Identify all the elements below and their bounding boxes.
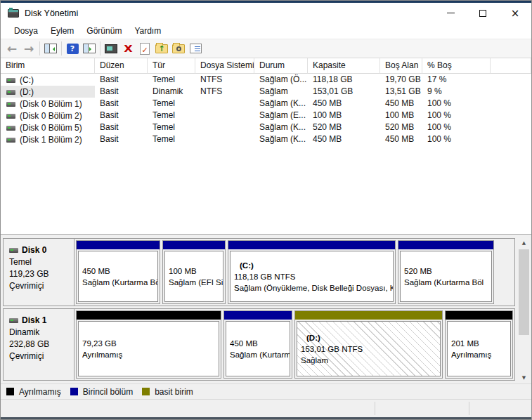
toolbar-separator — [100, 41, 100, 55]
partition-color-bar — [77, 241, 160, 249]
partition-efi-100mb[interactable]: 100 MBSağlam (EFI Sis — [162, 240, 226, 304]
disk-type: Dinamik — [9, 327, 74, 339]
document-check-icon: ✓ — [140, 43, 150, 55]
column-header-birim[interactable]: Birim — [1, 58, 95, 74]
task-list-button[interactable] — [187, 41, 204, 56]
fs-cell: NTFS — [195, 86, 254, 98]
free-cell: 450 MB — [380, 98, 422, 110]
legend-bar: Ayrılmamış Birincil bölüm basit birim — [1, 383, 531, 399]
task-list-icon — [190, 44, 202, 53]
legend-simple-volume: basit birim — [142, 387, 193, 397]
partition-d-drive-selected[interactable]: (D:)153,01 GB NTFSSağlam — [294, 310, 443, 379]
folder-search-button[interactable] — [170, 41, 187, 56]
partition-unallocated-201mb[interactable]: 201 MBAyrılmamış — [445, 310, 513, 379]
disk-name: Disk 1 — [22, 315, 46, 327]
menu-gorunum[interactable]: Görünüm — [80, 24, 128, 38]
maximize-button[interactable] — [467, 3, 499, 23]
vertical-scrollbar[interactable]: ▲ ▼ — [518, 237, 530, 383]
disk-size: 232,88 GB — [9, 339, 74, 350]
disk-management-window: Disk Yönetimi × Dosya Eylem Görünüm Yard… — [0, 0, 532, 420]
status-cell: Sağlam (K... — [254, 122, 308, 133]
delete-icon: X — [124, 43, 132, 54]
column-header-pct-bos[interactable]: % Boş — [422, 58, 491, 74]
partition-color-bar — [295, 311, 442, 320]
menu-eylem[interactable]: Eylem — [44, 24, 80, 38]
partition-recovery-450mb-disk1[interactable]: 450 MBSağlam (Kurtarma — [223, 310, 292, 379]
title-bar[interactable]: Disk Yönetimi × — [1, 3, 531, 23]
volume-icon — [6, 78, 15, 83]
minimize-button[interactable] — [434, 3, 467, 23]
disk0-info-panel[interactable]: Disk 0 Temel 119,23 GB Çevrimiçi — [4, 239, 74, 306]
delete-button[interactable]: X — [119, 41, 136, 56]
volume-name-cell: (Disk 0 Bölüm 1) — [1, 98, 95, 110]
type-cell: Temel — [148, 74, 195, 86]
free-cell: 450 MB — [380, 133, 422, 145]
pct-cell: 9 % — [422, 86, 491, 98]
forward-button[interactable]: → — [20, 41, 37, 56]
fs-cell — [195, 98, 254, 110]
menu-yardim[interactable]: Yardım — [128, 24, 167, 38]
status-separator — [375, 402, 375, 415]
partition-color-bar — [228, 241, 395, 249]
column-header-duzen[interactable]: Düzen — [95, 58, 148, 74]
type-cell: Temel — [148, 122, 195, 133]
table-row[interactable]: (Disk 0 Bölüm 1) Basit Temel Sağlam (K..… — [1, 98, 531, 110]
disk-type: Temel — [9, 256, 74, 268]
close-icon: × — [511, 7, 520, 20]
legend-swatch-primary — [70, 388, 78, 395]
status-cell: Sağlam — [254, 86, 308, 98]
properties-button[interactable] — [103, 41, 119, 56]
scrollbar-thumb[interactable] — [519, 249, 529, 335]
menu-dosya[interactable]: Dosya — [8, 24, 44, 38]
free-cell: 520 MB — [380, 122, 422, 133]
layout-cell: Basit — [95, 74, 148, 86]
maximize-icon — [479, 10, 486, 17]
volume-name-cell: (C:) — [1, 74, 95, 86]
volume-name-cell: (Disk 0 Bölüm 5) — [1, 122, 95, 133]
toolbar: ← → ? X ✓ ↑ — [1, 39, 531, 58]
window-title: Disk Yönetimi — [25, 8, 78, 18]
free-cell: 19,70 GB — [380, 74, 422, 86]
fs-cell — [195, 133, 254, 145]
back-button[interactable]: ← — [4, 41, 20, 56]
export-list-button[interactable] — [81, 41, 98, 56]
table-row[interactable]: (Disk 0 Bölüm 2) Basit Temel Sağlam (E..… — [1, 110, 531, 122]
partition-c-drive[interactable]: (C:)118,18 GB NTFSSağlam (Önyükleme, Dis… — [228, 240, 396, 304]
column-header-bos-alan[interactable]: Boş Alan — [380, 58, 422, 74]
graphical-view: Disk 0 Temel 119,23 GB Çevrimiçi 450 MBS… — [1, 237, 531, 383]
table-row-selected[interactable]: (D:) Basit Dinamik NTFS Sağlam 153,01 GB… — [1, 86, 531, 98]
console-tree-icon — [44, 44, 57, 53]
disk1-row: Disk 1 Dinamik 232,88 GB Çevrimiçi 79,23… — [3, 308, 515, 381]
partition-recovery-450mb[interactable]: 450 MBSağlam (Kurtarma Bö — [76, 240, 160, 304]
table-row[interactable]: (Disk 1 Bölüm 2) Basit Temel Sağlam (K..… — [1, 133, 531, 145]
column-header-blank — [491, 58, 531, 74]
partition-unallocated-79gb[interactable]: 79,23 GBAyrılmamış — [76, 310, 221, 379]
help-button[interactable]: ? — [64, 41, 81, 56]
disk-name: Disk 0 — [22, 244, 46, 256]
column-header-dosya-sistemi[interactable]: Dosya Sistemi — [195, 58, 254, 74]
layout-cell: Basit — [95, 86, 148, 98]
console-tree-button[interactable] — [42, 41, 59, 56]
volume-icon — [6, 90, 15, 95]
table-row[interactable]: (Disk 0 Bölüm 5) Basit Temel Sağlam (K..… — [1, 122, 531, 133]
folder-up-button[interactable]: ↑ — [153, 41, 170, 56]
close-button[interactable]: × — [499, 3, 531, 23]
scroll-down-icon[interactable]: ▼ — [518, 372, 530, 383]
partition-color-bar — [446, 311, 512, 320]
volume-icon — [6, 126, 15, 131]
column-header-durum[interactable]: Durum — [254, 58, 308, 74]
disk1-info-panel[interactable]: Disk 1 Dinamik 232,88 GB Çevrimiçi — [4, 309, 74, 380]
partition-color-bar — [163, 241, 225, 249]
pct-cell: 100 % — [422, 133, 491, 145]
column-header-kapasite[interactable]: Kapasite — [308, 58, 380, 74]
scroll-up-icon[interactable]: ▲ — [518, 237, 530, 249]
action-check-button[interactable]: ✓ — [136, 41, 153, 56]
table-row[interactable]: (C:) Basit Temel NTFS Sağlam (Ö... 118,1… — [1, 74, 531, 86]
volume-name-cell: (Disk 0 Bölüm 2) — [1, 110, 95, 122]
partition-recovery-520mb[interactable]: 520 MBSağlam (Kurtarma Böl — [398, 240, 494, 304]
legend-swatch-simple — [142, 388, 150, 395]
layout-cell: Basit — [95, 98, 148, 110]
pct-cell: 100 % — [422, 110, 491, 122]
column-header-tur[interactable]: Tür — [148, 58, 195, 74]
disk-size: 119,23 GB — [9, 268, 74, 280]
